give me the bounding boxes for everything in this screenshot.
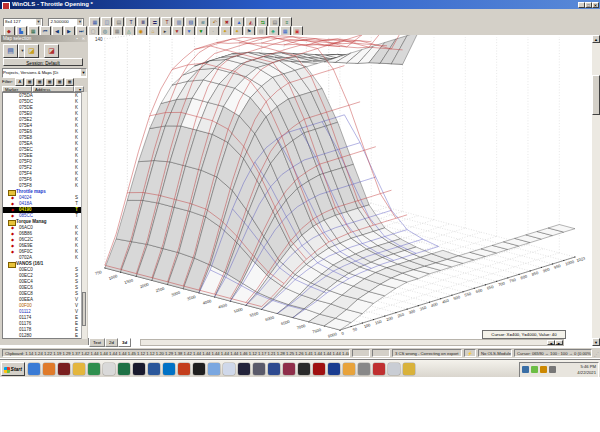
filter-button-1[interactable]: ▦ bbox=[25, 78, 34, 86]
filter-button-2[interactable]: ▦ bbox=[35, 78, 44, 86]
taskbar-drive-icon[interactable] bbox=[88, 363, 100, 375]
tab-2d[interactable]: 2d bbox=[105, 338, 118, 347]
taskbar-clock[interactable]: 5:46 PM 4/22/2021 bbox=[577, 364, 596, 375]
pedal-axis-label: 350 bbox=[419, 305, 428, 312]
pedal-axis-label: 50 bbox=[352, 326, 359, 332]
scrollbar-thumb[interactable] bbox=[82, 292, 86, 326]
tray-network-icon[interactable] bbox=[531, 366, 538, 373]
taskbar-gimp-icon[interactable] bbox=[358, 363, 370, 375]
3d-map-view[interactable]: 8000750070006500600055005000450040003500… bbox=[88, 35, 592, 338]
panel-close-icon[interactable]: ✕ bbox=[82, 35, 85, 42]
title-bar[interactable]: WinOLS - Throttle Opening * _□✕ bbox=[0, 0, 600, 9]
pin-icon[interactable]: ▪ bbox=[77, 35, 78, 42]
taskbar-car-app-icon[interactable] bbox=[253, 363, 265, 375]
taskbar-app-dark-red-icon[interactable] bbox=[58, 363, 70, 375]
cursor-info-box: Cursor: X=400, Y=4000, Value: 40 bbox=[482, 330, 566, 339]
scope-combo[interactable]: Projects, Versions & Maps [Di ▼ bbox=[2, 68, 87, 78]
3d-surface-plot: 8000750070006500600055005000450040003500… bbox=[88, 35, 592, 338]
tab-text[interactable]: Text bbox=[89, 338, 105, 347]
status-checksum-warning: 3 CS wrong - Correcting on export bbox=[392, 349, 462, 357]
panel-title: Map selection bbox=[3, 36, 31, 41]
pedal-axis-label: 750 bbox=[509, 277, 518, 284]
rpm-axis-label: 1000 bbox=[108, 273, 119, 281]
map-list[interactable]: 075DAK075DCK075DEK075E0K075E2K075E4K075E… bbox=[2, 92, 86, 339]
view-tabs: Text2d3d bbox=[89, 338, 131, 346]
filter-button-3[interactable]: ▦ bbox=[45, 78, 54, 86]
tab-3d[interactable]: 3d bbox=[118, 338, 131, 347]
panel-button-3[interactable]: ◪ bbox=[44, 44, 59, 58]
taskbar: Start 5:46 PM 4/22/2021 bbox=[0, 359, 600, 378]
maximize-icon[interactable]: □ bbox=[585, 2, 592, 8]
status-warning-icon: ⚡ bbox=[464, 349, 476, 357]
chevron-down-icon: ▼ bbox=[77, 19, 82, 25]
taskbar-tool-red-icon[interactable] bbox=[373, 363, 385, 375]
rpm-axis-label: 7000 bbox=[296, 323, 307, 331]
taskbar-wrench-icon[interactable] bbox=[388, 363, 400, 375]
taskbar-word-icon[interactable] bbox=[148, 363, 160, 375]
panel-button-2[interactable]: ◪ bbox=[24, 44, 39, 58]
taskbar-folder-icon[interactable] bbox=[403, 363, 415, 375]
tray-shield-icon[interactable] bbox=[540, 366, 547, 373]
rpm-axis-label: 3000 bbox=[171, 290, 182, 298]
rpm-axis-label: 2500 bbox=[155, 285, 166, 293]
taskbar-excel-icon[interactable] bbox=[118, 363, 130, 375]
pedal-axis-label: 1023 bbox=[576, 255, 587, 263]
taskbar-outlook-icon[interactable] bbox=[163, 363, 175, 375]
screenshot-root: { "window": { "title": "WinOLS - Throttl… bbox=[0, 0, 600, 432]
status-module: No OLS-Module bbox=[478, 349, 512, 357]
scroll-down-icon[interactable]: ▼ bbox=[592, 338, 600, 346]
chart-vertical-scrollbar[interactable]: ▲ ▼ bbox=[592, 35, 600, 346]
scrollbar-thumb[interactable] bbox=[592, 75, 600, 115]
start-button[interactable]: Start bbox=[1, 362, 25, 376]
filter-button-5[interactable]: ▦ bbox=[65, 78, 74, 86]
taskbar-chrome-icon[interactable] bbox=[73, 363, 85, 375]
taskbar-notes-icon[interactable] bbox=[223, 363, 235, 375]
taskbar-ie-icon[interactable] bbox=[28, 363, 40, 375]
screen-margin bbox=[0, 377, 600, 432]
taskbar-firefox-icon[interactable] bbox=[328, 363, 340, 375]
taskbar-winols-icon[interactable] bbox=[268, 363, 280, 375]
taskbar-explorer-icon[interactable] bbox=[208, 363, 220, 375]
scroll-right-icon[interactable]: ► bbox=[555, 340, 563, 345]
taskbar-media-dark-icon[interactable] bbox=[238, 363, 250, 375]
resize-grip[interactable]: ⋰ bbox=[594, 351, 599, 357]
pedal-axis-label: 950 bbox=[553, 263, 562, 270]
rpm-axis-label: 4500 bbox=[218, 302, 229, 310]
pedal-axis-label: 700 bbox=[497, 280, 506, 287]
pedal-axis-label: 200 bbox=[386, 315, 395, 322]
map-list-scrollbar[interactable] bbox=[81, 92, 87, 339]
taskbar-security-icon[interactable] bbox=[313, 363, 325, 375]
tray-usb-icon[interactable] bbox=[549, 366, 556, 373]
map-address: 01280 bbox=[19, 333, 32, 339]
taskbar-phone-icon[interactable] bbox=[133, 363, 145, 375]
filter-button-0[interactable]: A bbox=[15, 78, 24, 86]
taskbar-excel-x-icon[interactable] bbox=[178, 363, 190, 375]
minimize-icon[interactable]: _ bbox=[578, 2, 585, 8]
pedal-axis-label: 900 bbox=[542, 266, 551, 273]
system-tray: 5:46 PM 4/22/2021 bbox=[519, 362, 599, 378]
filter-button-4[interactable]: ▦ bbox=[55, 78, 64, 86]
rpm-axis-label: 5500 bbox=[249, 310, 260, 318]
map-row[interactable]: 01280E bbox=[3, 333, 85, 339]
pedal-axis-label: 150 bbox=[374, 318, 383, 325]
taskbar-power-icon[interactable] bbox=[298, 363, 310, 375]
windows-flag-icon bbox=[4, 367, 10, 373]
scroll-up-icon[interactable]: ▲ bbox=[592, 35, 600, 43]
pedal-axis-label: 100 bbox=[363, 322, 372, 329]
taskbar-photo-icon[interactable] bbox=[283, 363, 295, 375]
tray-volume-icon[interactable] bbox=[522, 366, 529, 373]
taskbar-terminal-icon[interactable] bbox=[193, 363, 205, 375]
session-button[interactable]: Session: Default bbox=[3, 58, 83, 66]
taskbar-chrome-beta-icon[interactable] bbox=[343, 363, 355, 375]
chart-horizontal-scrollbar[interactable]: ◄ ► bbox=[140, 339, 564, 346]
scroll-left-icon[interactable]: ◄ bbox=[547, 340, 555, 345]
pedal-axis-label: 0 bbox=[341, 330, 345, 336]
chevron-down-icon: ▼ bbox=[36, 19, 41, 25]
taskbar-chrome-canary-icon[interactable] bbox=[103, 363, 115, 375]
panel-button-0[interactable]: ▤ bbox=[3, 44, 18, 58]
rpm-axis-label: 2000 bbox=[139, 281, 150, 289]
taskbar-media-player-icon[interactable] bbox=[43, 363, 55, 375]
rpm-axis-label: 1500 bbox=[124, 277, 135, 285]
close-icon[interactable]: ✕ bbox=[592, 2, 599, 8]
panel-title-bar[interactable]: Map selection ▪ ✕ bbox=[1, 35, 87, 42]
